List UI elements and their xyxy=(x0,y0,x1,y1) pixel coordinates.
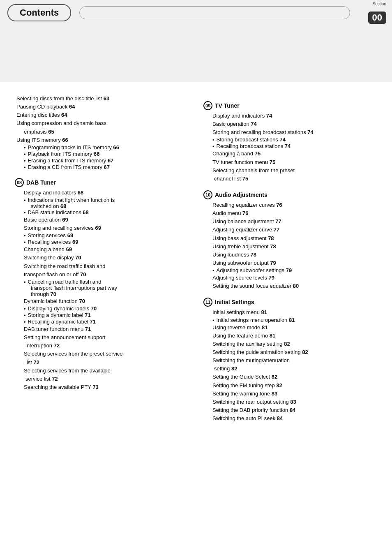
bullet-icon: • xyxy=(212,317,214,324)
list-item: Setting the warning tone 83 xyxy=(212,390,377,398)
bullet-icon: • xyxy=(24,239,26,245)
list-item: Basic operation 74 xyxy=(212,120,377,128)
page-number: 81 xyxy=(270,333,275,339)
bullet-icon: • xyxy=(24,233,26,239)
page-number: 81 xyxy=(289,317,295,323)
page-number: 69 xyxy=(62,217,68,223)
page-header: Contents Section 00 xyxy=(0,0,392,25)
page-number: 66 xyxy=(94,151,99,157)
section-circle-11: 11 xyxy=(203,298,212,307)
page-number: 75 xyxy=(255,150,261,157)
list-item: Audio menu 76 xyxy=(212,209,377,217)
page-number: 82 xyxy=(302,349,308,355)
page-number: 68 xyxy=(78,190,83,196)
bullet-icon: • xyxy=(24,158,26,164)
list-item: •Canceling road traffic flash and transp… xyxy=(24,279,189,297)
page-number: 70 xyxy=(75,254,81,261)
page-number: 74 xyxy=(266,113,272,119)
list-item: •Adjusting subwoofer settings 79 xyxy=(212,267,377,274)
list-item: Using bass adjustment 78 xyxy=(212,234,377,243)
list-item: Setting the DAB priority function 84 xyxy=(212,406,377,414)
page-number: 69 xyxy=(67,232,73,238)
page-number: 72 xyxy=(52,376,58,382)
list-item: •Storing services 69 xyxy=(24,232,189,239)
list-item: DAB tuner function menu 71 xyxy=(24,325,189,333)
header-middle-box xyxy=(79,6,350,19)
bullet-icon: • xyxy=(24,164,26,171)
page-number: 82 xyxy=(276,382,282,388)
section-10-heading: 10 Audio Adjustments xyxy=(203,190,377,199)
section-09-title: TV Tuner xyxy=(215,102,240,109)
list-item: Searching the available PTY 73 xyxy=(24,383,189,391)
list-item: Switching the display 70 xyxy=(24,254,189,262)
page-number: 68 xyxy=(60,203,66,209)
list-item: •Displaying dynamic labels 70 xyxy=(24,305,189,312)
section-circle-08: 08 xyxy=(15,178,24,187)
page-number: 74 xyxy=(251,121,256,127)
gray-top-area xyxy=(0,25,392,82)
bullet-icon: • xyxy=(24,319,26,325)
list-item: Recalling equalizer curves 76 xyxy=(212,201,377,209)
list-item: Setting the FM tuning step 82 xyxy=(212,381,377,390)
section-08-heading: 08 DAB Tuner xyxy=(15,178,189,187)
list-item: Using compression and dynamic bassemphas… xyxy=(16,119,189,136)
page-number: 78 xyxy=(270,243,276,250)
list-item: Basic operation 69 xyxy=(24,216,189,224)
section-circle-10: 10 xyxy=(203,190,212,199)
list-item: Display and indicators 74 xyxy=(212,112,377,120)
page-number: 75 xyxy=(242,176,248,182)
list-item: Using treble adjustment 78 xyxy=(212,243,377,251)
page-number: 82 xyxy=(272,374,277,380)
list-item: Display and indicators 68 xyxy=(24,189,189,197)
page-number: 77 xyxy=(274,226,279,233)
list-item: •Initial settings menu operation 81 xyxy=(212,317,377,324)
page-number: 70 xyxy=(79,298,85,304)
page-number: 66 xyxy=(113,144,119,150)
page-number: 70 xyxy=(80,271,86,277)
page-number: 82 xyxy=(231,365,237,372)
page-number: 63 xyxy=(104,95,109,102)
page-number: 84 xyxy=(290,407,295,413)
list-item: Selecting services from the preset servi… xyxy=(24,350,189,366)
list-item: •Recalling services 69 xyxy=(24,239,189,245)
list-item: •Storing a dynamic label 71 xyxy=(24,312,189,319)
list-item: Using the feature demo 81 xyxy=(212,332,377,340)
bullet-icon: • xyxy=(24,151,26,157)
page-number: 71 xyxy=(90,319,96,325)
list-item: Using balance adjustment 77 xyxy=(212,217,377,226)
list-item: Setting the Guide Select 82 xyxy=(212,373,377,381)
bullet-icon: • xyxy=(212,137,214,143)
list-item: Dynamic label function 70 xyxy=(24,297,189,305)
page-number: 67 xyxy=(108,157,113,164)
list-item: •Erasing a CD from ITS memory 67 xyxy=(24,164,189,171)
page-number: 74 xyxy=(285,143,291,149)
page-number: 76 xyxy=(276,202,282,208)
bullet-icon: • xyxy=(24,312,26,319)
page-number: 66 xyxy=(62,137,68,143)
page-number: 82 xyxy=(284,341,290,347)
list-item: Selecting discs from the disc title list… xyxy=(16,95,189,103)
page-number: 72 xyxy=(34,359,39,365)
page-number: 64 xyxy=(61,112,67,118)
list-item: Storing and recalling broadcast stations… xyxy=(212,128,377,136)
list-item: •DAB status indications 68 xyxy=(24,209,189,216)
page-number: 79 xyxy=(269,275,274,281)
list-item: Using ITS memory 66 xyxy=(16,136,189,144)
right-column: 09 TV Tuner Display and indicators 74 Ba… xyxy=(196,90,377,557)
list-item: Adjusting source levels 79 xyxy=(212,274,377,282)
bullet-icon: • xyxy=(24,279,26,285)
list-item: Switching the guide animation setting 82 xyxy=(212,348,377,356)
section-09-heading: 09 TV Tuner xyxy=(203,101,377,110)
content-columns: Selecting discs from the disc title list… xyxy=(7,82,385,557)
list-item: Switching the rear output setting 83 xyxy=(212,398,377,406)
page-number: 76 xyxy=(242,210,248,216)
list-item: Selecting channels from the presetchanne… xyxy=(212,166,377,183)
page-number: 74 xyxy=(307,129,313,135)
left-column: Selecting discs from the disc title list… xyxy=(15,90,196,557)
page-number: 71 xyxy=(85,312,90,318)
bullet-icon: • xyxy=(24,210,26,216)
list-item: •Programming tracks in ITS memory 66 xyxy=(24,144,189,151)
page-number: 77 xyxy=(275,218,281,224)
list-item: •Erasing a track from ITS memory 67 xyxy=(24,157,189,164)
page-number: 78 xyxy=(251,252,256,258)
